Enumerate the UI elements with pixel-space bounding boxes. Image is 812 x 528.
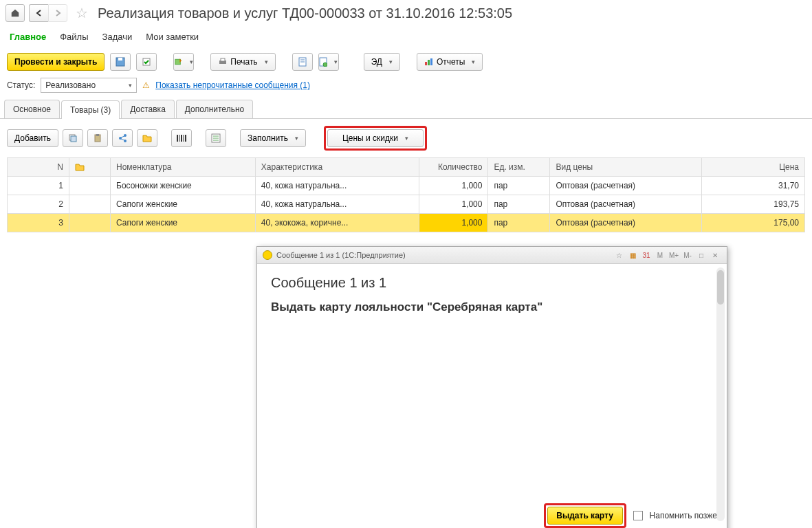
- edo-button[interactable]: ЭД: [364, 53, 400, 71]
- status-value: Реализовано: [45, 80, 96, 90]
- subtab-delivery[interactable]: Доставка: [121, 100, 175, 118]
- goods-table[interactable]: N Номенклатура Характеристика Количество…: [7, 157, 805, 232]
- svg-line-21: [121, 136, 124, 138]
- doc-icon-button[interactable]: [292, 53, 313, 71]
- col-n[interactable]: N: [8, 158, 69, 177]
- reports-button[interactable]: Отчеты: [417, 53, 483, 71]
- save-button[interactable]: [110, 53, 131, 71]
- col-characteristic[interactable]: Характеристика: [255, 158, 419, 177]
- svg-rect-17: [96, 134, 99, 136]
- table-row[interactable]: 2 Сапоги женские 40, кожа натуральна... …: [8, 195, 805, 214]
- svg-rect-11: [425, 62, 427, 65]
- highlight-prices: Цены и скидки: [324, 126, 427, 151]
- col-unit[interactable]: Ед. изм.: [488, 158, 550, 177]
- copy-row-button[interactable]: [63, 129, 83, 147]
- tab-main[interactable]: Главное: [10, 32, 46, 42]
- folder-button[interactable]: [137, 129, 157, 147]
- col-flag[interactable]: [69, 158, 111, 177]
- svg-rect-3: [175, 59, 180, 64]
- svg-point-10: [323, 63, 327, 67]
- subtab-goods[interactable]: Товары (3): [61, 100, 120, 119]
- favorite-star-icon[interactable]: ☆: [76, 5, 88, 21]
- paste-row-button[interactable]: [87, 129, 108, 147]
- status-label: Статус:: [7, 80, 35, 90]
- print-button[interactable]: Печать: [210, 53, 275, 71]
- prices-discounts-button[interactable]: Цены и скидки: [327, 129, 424, 147]
- create-based-on-button[interactable]: [173, 53, 194, 71]
- table-row[interactable]: 3 Сапоги женские 40, экокожа, коричне...…: [8, 214, 805, 232]
- print-label: Печать: [230, 57, 257, 67]
- list-button[interactable]: [206, 129, 226, 147]
- share-button[interactable]: [112, 129, 133, 147]
- warning-icon: ⚠: [142, 80, 150, 90]
- col-price-type[interactable]: Вид цены: [550, 158, 702, 177]
- unread-messages-link[interactable]: Показать непрочитанные сообщения (1): [155, 80, 310, 90]
- add-row-button[interactable]: Добавить: [7, 129, 58, 147]
- tab-tasks[interactable]: Задачи: [102, 32, 133, 42]
- status-select[interactable]: Реализовано: [41, 78, 137, 93]
- subtab-additional[interactable]: Дополнительно: [176, 100, 253, 118]
- svg-rect-13: [430, 58, 432, 65]
- svg-line-22: [121, 139, 124, 140]
- page-title: Реализация товаров и услуг ТД00-000033 о…: [98, 6, 512, 21]
- svg-rect-15: [71, 136, 76, 142]
- col-nomenclature[interactable]: Номенклатура: [111, 158, 256, 177]
- doc-attach-button[interactable]: [318, 53, 339, 71]
- svg-rect-1: [118, 58, 122, 60]
- post-and-close-button[interactable]: Провести и закрыть: [7, 53, 105, 71]
- home-button[interactable]: [6, 4, 25, 22]
- col-quantity[interactable]: Количество: [419, 158, 488, 177]
- svg-rect-12: [428, 60, 430, 65]
- fill-button[interactable]: Заполнить: [240, 129, 306, 147]
- tab-notes[interactable]: Мои заметки: [146, 32, 199, 42]
- back-button[interactable]: [29, 4, 48, 22]
- subtab-main[interactable]: Основное: [4, 100, 60, 118]
- reports-label: Отчеты: [437, 57, 465, 67]
- tab-files[interactable]: Файлы: [60, 32, 88, 42]
- forward-button[interactable]: [48, 4, 67, 22]
- table-row[interactable]: 1 Босоножки женские 40, кожа натуральна.…: [8, 177, 805, 195]
- col-price[interactable]: Цена: [702, 158, 805, 177]
- post-button[interactable]: [136, 53, 157, 71]
- barcode-button[interactable]: [171, 129, 192, 147]
- svg-rect-5: [221, 58, 225, 61]
